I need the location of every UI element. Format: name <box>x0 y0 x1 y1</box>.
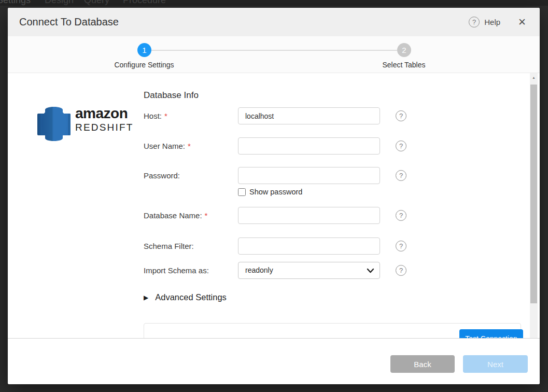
connect-to-database-dialog: Connect To Database ? Help ✕ 1 2 Configu… <box>8 8 540 384</box>
password-label: Password: <box>144 171 180 180</box>
wizard-stepper: 1 2 Configure Settings Select Tables <box>8 36 540 73</box>
required-asterisk: * <box>164 111 167 120</box>
import-schema-help-icon[interactable]: ? <box>396 265 406 276</box>
test-connection-panel: Test Connection <box>144 323 521 338</box>
step-2-label: Select Tables <box>347 61 461 69</box>
required-asterisk: * <box>205 211 208 220</box>
help-question-icon: ? <box>469 17 480 27</box>
host-row: Host:* ? <box>144 107 424 124</box>
import-schema-selected-value: readonly <box>245 262 273 278</box>
database-name-label: Database Name: <box>144 211 202 220</box>
schema-filter-input[interactable] <box>238 237 380 255</box>
import-schema-row: Import Schema as: readonly ? <box>144 262 424 279</box>
advanced-settings-label: Advanced Settings <box>155 292 227 302</box>
menu-item-procedure: Procedure <box>123 0 166 6</box>
help-label: Help <box>484 18 500 26</box>
password-help-icon[interactable]: ? <box>396 170 406 181</box>
app-menubar: Settings Design Query Procedure <box>0 0 548 6</box>
chevron-down-icon <box>367 267 374 274</box>
redshift-database-icon <box>35 104 73 144</box>
dialog-footer: Back Next <box>8 338 540 384</box>
database-name-help-icon[interactable]: ? <box>396 210 406 221</box>
stepper-connector-line <box>151 50 397 51</box>
username-help-icon[interactable]: ? <box>396 141 406 151</box>
step-2-circle: 2 <box>397 43 411 57</box>
vertical-scrollbar[interactable]: ▲ ▼ <box>530 73 538 345</box>
logo-brand-text: amazon <box>75 106 134 121</box>
section-title: Database Info <box>144 90 199 101</box>
username-row: User Name:* ? <box>144 137 424 155</box>
show-password-checkbox[interactable] <box>238 188 246 196</box>
username-label: User Name: <box>144 142 185 150</box>
dialog-content: amazon REDSHIFT Database Info Host:* ? U… <box>8 73 540 338</box>
import-schema-label: Import Schema as: <box>144 266 209 275</box>
password-row: Password: ? <box>144 167 424 184</box>
schema-filter-help-icon[interactable]: ? <box>396 241 406 251</box>
logo-product-text: REDSHIFT <box>75 121 134 134</box>
test-connection-button[interactable]: Test Connection <box>459 329 523 338</box>
schema-filter-row: Schema Filter: ? <box>144 237 424 255</box>
dialog-title: Connect To Database <box>19 16 469 28</box>
scroll-up-icon[interactable]: ▲ <box>530 74 538 81</box>
host-input[interactable] <box>238 107 380 124</box>
database-name-row: Database Name:* ? <box>144 207 424 224</box>
next-button[interactable]: Next <box>463 355 528 373</box>
dialog-header: Connect To Database ? Help ✕ <box>8 8 540 36</box>
back-button[interactable]: Back <box>390 355 455 373</box>
schema-filter-label: Schema Filter: <box>144 242 194 250</box>
menu-item-design: Design <box>45 0 74 6</box>
menu-item-query: Query <box>84 0 109 6</box>
menu-item-settings: Settings <box>0 0 31 6</box>
required-asterisk: * <box>188 142 191 150</box>
password-input[interactable] <box>238 167 380 184</box>
username-input[interactable] <box>238 137 380 155</box>
expand-arrow-icon: ▶ <box>144 294 148 301</box>
scrollbar-thumb[interactable] <box>530 85 537 303</box>
show-password-label: Show password <box>249 188 302 196</box>
import-schema-select[interactable]: readonly <box>238 262 380 279</box>
advanced-settings-toggle[interactable]: ▶ Advanced Settings <box>144 292 227 302</box>
host-help-icon[interactable]: ? <box>396 110 406 121</box>
step-1-circle: 1 <box>137 43 151 57</box>
help-button[interactable]: ? Help <box>469 17 500 27</box>
host-label: Host: <box>144 111 162 120</box>
close-icon[interactable]: ✕ <box>516 15 528 29</box>
show-password-checkbox-row[interactable]: Show password <box>238 188 302 196</box>
step-1-label: Configure Settings <box>87 61 201 69</box>
database-name-input[interactable] <box>238 207 380 224</box>
